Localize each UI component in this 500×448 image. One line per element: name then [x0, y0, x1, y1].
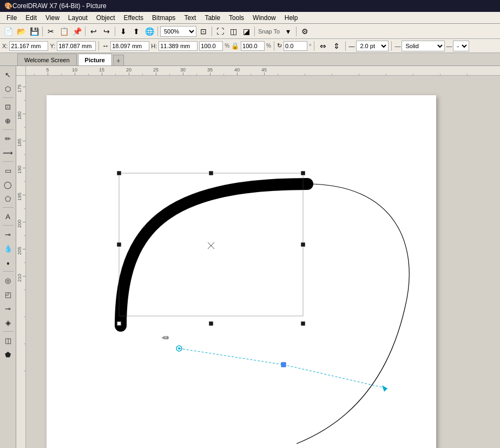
save-button[interactable]: 💾: [28, 25, 40, 37]
menu-object[interactable]: Object: [92, 13, 120, 23]
menu-help[interactable]: Help: [280, 13, 302, 23]
menu-window[interactable]: Window: [248, 13, 280, 23]
tool-zoom[interactable]: ⊕: [2, 114, 15, 127]
line-end-dropdown[interactable]: —: [453, 41, 469, 51]
title-text: CorelDRAW X7 (64-Bit) - Picture: [12, 2, 107, 10]
sep-xy: [98, 41, 99, 51]
sep4: [157, 27, 158, 36]
tabs-row: Welcome Screen Picture +: [0, 53, 500, 66]
width-input[interactable]: [110, 41, 149, 51]
toolbar-properties: X: Y: ↔ H: % 🔒 % ↻ ° ⇔ ⇕ — 2.0 pt 1.0 pt…: [0, 39, 500, 53]
tool-shadow[interactable]: ◰: [2, 288, 15, 301]
size-icon[interactable]: ↔: [102, 42, 109, 50]
y-label: Y:: [50, 43, 55, 49]
open-button[interactable]: 📂: [15, 25, 27, 37]
tool-measure[interactable]: ⊸: [2, 228, 15, 241]
tool-eyedropper[interactable]: 💧: [2, 242, 15, 255]
height-pct-input[interactable]: [241, 41, 265, 51]
options-btn[interactable]: ⚙: [299, 25, 311, 37]
sep1: [42, 27, 43, 36]
stroke-dropdown[interactable]: 2.0 pt 1.0 pt 0.5 pt 4.0 pt: [356, 41, 389, 51]
fullscreen-button[interactable]: ⛶: [214, 25, 226, 37]
ruler-top: 5 10 15 20 25 30 35 40 45: [26, 66, 500, 76]
snap-label: Snap To: [257, 28, 281, 35]
cut-button[interactable]: ✂: [45, 25, 57, 37]
left-sep2: [3, 129, 14, 130]
view-simple-button[interactable]: ◫: [227, 25, 239, 37]
left-sep3: [3, 161, 14, 162]
canvas-area[interactable]: 5 10 15 20 25 30 35 40 45: [16, 66, 500, 448]
menu-layout[interactable]: Layout: [64, 13, 92, 23]
sep-mirror: [345, 41, 346, 51]
tool-freehand[interactable]: ✏: [2, 132, 15, 145]
tab-welcome-label: Welcome Screen: [24, 57, 70, 63]
ruler-corner: [16, 66, 26, 76]
paste-button[interactable]: 📌: [71, 25, 83, 37]
tool-bezier[interactable]: ⟿: [2, 146, 15, 159]
menu-file[interactable]: File: [2, 13, 21, 23]
left-sep5: [3, 225, 14, 226]
tool-ellipse[interactable]: ◯: [2, 178, 15, 191]
tab-picture[interactable]: Picture: [78, 54, 112, 65]
left-toolbar: ↖ ⬡ ⊡ ⊕ ✏ ⟿ ▭ ◯ ⬠ A ⊸ 💧 ⬧ ◎ ◰ ⊸ ◈ ◫ ⬟: [0, 66, 16, 448]
mirror-h-btn[interactable]: ⇔: [317, 40, 329, 52]
tool-node-edit[interactable]: ⬡: [2, 82, 15, 95]
tool-contour[interactable]: ◈: [2, 316, 15, 329]
undo-button[interactable]: ↩: [88, 25, 100, 37]
sep-angle: [314, 41, 314, 51]
rotate-icon[interactable]: ↻: [277, 42, 282, 49]
sep2: [85, 27, 85, 36]
y-input[interactable]: [57, 41, 96, 51]
lock-icon[interactable]: 🔒: [231, 42, 239, 50]
menu-edit[interactable]: Edit: [21, 13, 41, 23]
zoom-dropdown[interactable]: 500% 400% 200% 100% 75% 50% 25% Fit Page: [160, 26, 196, 37]
x-input[interactable]: [9, 41, 48, 51]
publish-button[interactable]: 🌐: [143, 25, 155, 37]
pct2: %: [266, 43, 271, 49]
menu-table[interactable]: Table: [200, 13, 225, 23]
drawing-page: [47, 95, 436, 448]
line-style-group: — Solid Dashed Dotted — —: [394, 41, 469, 51]
tool-polygon[interactable]: ⬠: [2, 192, 15, 205]
menu-bar: File Edit View Layout Object Effects Bit…: [0, 12, 500, 24]
tab-welcome[interactable]: Welcome Screen: [17, 54, 77, 65]
tool-interactive-fill[interactable]: ◫: [2, 334, 15, 347]
tool-crop[interactable]: ⊡: [2, 100, 15, 113]
tool-text[interactable]: A: [2, 210, 15, 223]
tool-blend[interactable]: ◎: [2, 274, 15, 287]
app-icon: 🎨: [4, 2, 12, 10]
pct1: %: [225, 43, 229, 49]
mirror-v-btn[interactable]: ⇕: [331, 40, 343, 52]
tool-smart-fill[interactable]: ⬟: [2, 348, 15, 361]
menu-effects[interactable]: Effects: [120, 13, 148, 23]
width-pct-input[interactable]: [199, 41, 223, 51]
menu-text[interactable]: Text: [180, 13, 200, 23]
sep7: [296, 27, 297, 36]
menu-bitmaps[interactable]: Bitmaps: [148, 13, 180, 23]
x-label: X:: [2, 43, 8, 49]
tool-pointer[interactable]: ↖: [2, 68, 15, 81]
left-sep1: [3, 97, 14, 98]
copy-button[interactable]: 📋: [58, 25, 70, 37]
zoom-fit-button[interactable]: ⊡: [198, 25, 209, 37]
import-button[interactable]: ⬇: [117, 25, 129, 37]
angle-input[interactable]: [284, 41, 307, 51]
new-button[interactable]: 📄: [2, 25, 14, 37]
tab-add-button[interactable]: +: [113, 55, 124, 65]
redo-button[interactable]: ↪: [101, 25, 113, 37]
line-style-dropdown[interactable]: Solid Dashed Dotted: [402, 41, 445, 51]
height-input[interactable]: [159, 41, 198, 51]
stroke-icon: —: [348, 43, 354, 49]
menu-tools[interactable]: Tools: [225, 13, 248, 23]
h-label: H:: [151, 43, 157, 49]
tool-rectangle[interactable]: ▭: [2, 164, 15, 177]
export-button[interactable]: ⬆: [130, 25, 142, 37]
menu-view[interactable]: View: [41, 13, 64, 23]
snap-dropdown-btn[interactable]: ▾: [282, 25, 294, 37]
sep-size: [274, 41, 274, 51]
left-sep4: [3, 207, 14, 208]
tool-fill[interactable]: ⬧: [2, 256, 15, 269]
left-sep6: [3, 271, 14, 272]
tool-connector[interactable]: ⊸: [2, 302, 15, 315]
view-enhanced-button[interactable]: ◪: [240, 25, 252, 37]
